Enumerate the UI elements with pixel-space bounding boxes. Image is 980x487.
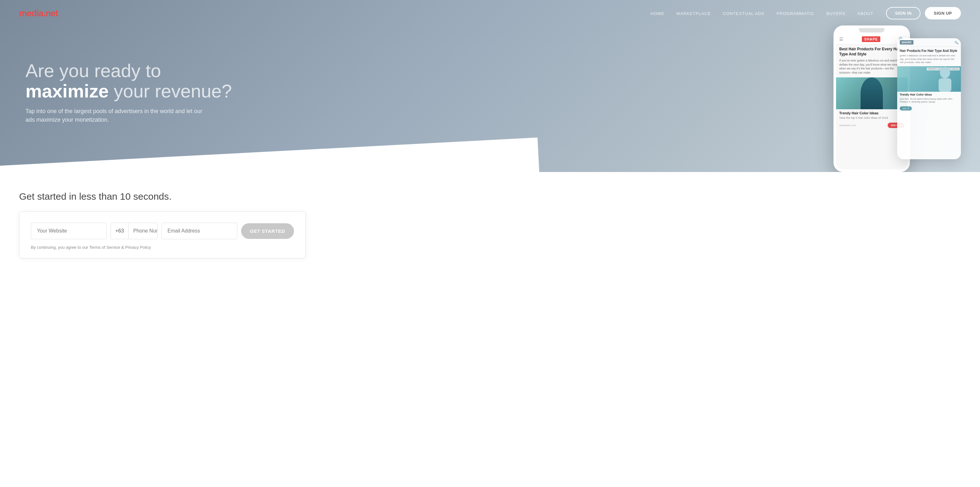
nav-contextual-ads[interactable]: CONTEXTUAL ADS <box>723 11 765 16</box>
phone-caption-sub: View the top 5 hair color ideas of 2018 <box>836 116 907 121</box>
brand-logo[interactable]: media.net <box>19 8 58 19</box>
phone-second-image: TRENDY HAIR COLOR IDEAS <box>897 66 961 92</box>
phone-second-header: SHAPE 🔍 <box>897 38 961 47</box>
nav-buttons: SIGN IN SIGN UP <box>886 7 961 19</box>
brand-name-net: net <box>46 8 58 18</box>
brand-name-media: media <box>19 8 43 18</box>
phone-img-person <box>861 77 883 109</box>
phone-article-title: Best Hair Products For Every Hair Type A… <box>839 47 904 57</box>
get-started-title: Get started in less than 10 seconds. <box>19 191 961 202</box>
shape-logo: SHAPE <box>862 36 881 42</box>
phone-input[interactable] <box>129 223 158 239</box>
hero-title-line1: Are you ready to <box>25 60 161 81</box>
hero-content: Are you ready to maximize your revenue? … <box>0 22 251 150</box>
nav-programmatic[interactable]: PROGRAMMATIC <box>776 11 815 16</box>
phone-prefix: +63 <box>111 223 129 239</box>
phone-second-cta: SEE IT <box>900 107 912 110</box>
phone-footer: stylebistro.com SEE IT » <box>836 121 907 129</box>
hero-subtitle: Tap into one of the largest pools of adv… <box>25 107 204 124</box>
phone-notch <box>859 28 885 32</box>
phone-second-caption: Trendy Hair Color Ideas <box>897 92 961 97</box>
hero-mockups: ☰ SHAPE 🔍 Best Hair Products For Every H… <box>827 25 961 172</box>
phone-input-group: +63 <box>111 223 158 239</box>
phone-article-content: Best Hair Products For Every Hair Type A… <box>836 44 907 77</box>
brand-dot: . <box>43 8 46 18</box>
nav-buyers[interactable]: BUYERS <box>826 11 845 16</box>
terms-text: By continuing, you agree to our Terms of… <box>31 245 151 250</box>
signup-button[interactable]: SIGN UP <box>925 7 961 19</box>
shape-logo-2: SHAPE <box>900 40 913 45</box>
hero-title-rest: your revenue? <box>108 81 232 101</box>
nav-links: HOME MARKETPLACE CONTEXTUAL ADS PROGRAMM… <box>651 11 873 16</box>
nav-about[interactable]: ABOUT <box>858 11 873 16</box>
signup-form-card: +63 GET STARTED By continuing, you agree… <box>19 212 306 258</box>
phone-url: stylebistro.com <box>839 124 856 127</box>
phone-second-title: Hair Products For Hair Type And Style <box>900 49 958 53</box>
search-icon-2: 🔍 <box>955 41 958 44</box>
phone-header: ☰ SHAPE 🔍 <box>836 34 907 44</box>
nav-marketplace[interactable]: MARKETPLACE <box>676 11 711 16</box>
nav-home[interactable]: HOME <box>651 11 664 16</box>
lower-section: Get started in less than 10 seconds. +63… <box>0 172 980 271</box>
phone-second-content: Hair Products For Hair Type And Style go… <box>897 47 961 66</box>
signin-button[interactable]: SIGN IN <box>886 7 920 19</box>
svg-rect-1 <box>939 78 951 92</box>
phone-mockup-second: SHAPE 🔍 Hair Products For Hair Type And … <box>897 38 961 159</box>
phone-screen: ☰ SHAPE 🔍 Best Hair Products For Every H… <box>836 34 907 172</box>
phone-article-text: If you've ever gotten a fabulous cut and… <box>839 59 904 75</box>
form-row: +63 GET STARTED <box>31 223 294 239</box>
phone-second-text: gotten a fabulous cut and watched it def… <box>900 54 958 64</box>
hero-title-maximize: maximize <box>25 81 108 101</box>
phone-caption: Trendy Hair Color Ideas <box>836 109 907 116</box>
get-started-button[interactable]: GET STARTED <box>241 223 294 239</box>
navbar: media.net HOME MARKETPLACE CONTEXTUAL AD… <box>0 0 980 26</box>
email-input[interactable] <box>161 223 237 239</box>
svg-point-0 <box>940 67 950 78</box>
phone-second-text2: your look. So we asked Harry beauty styl… <box>897 97 961 105</box>
person-silhouette <box>935 66 955 92</box>
hamburger-icon: ☰ <box>839 37 843 42</box>
form-footer-text: By continuing, you agree to our Terms of… <box>31 245 294 250</box>
hero-title: Are you ready to maximize your revenue? <box>25 60 232 101</box>
website-input[interactable] <box>31 223 107 239</box>
phone-article-image <box>836 77 907 109</box>
